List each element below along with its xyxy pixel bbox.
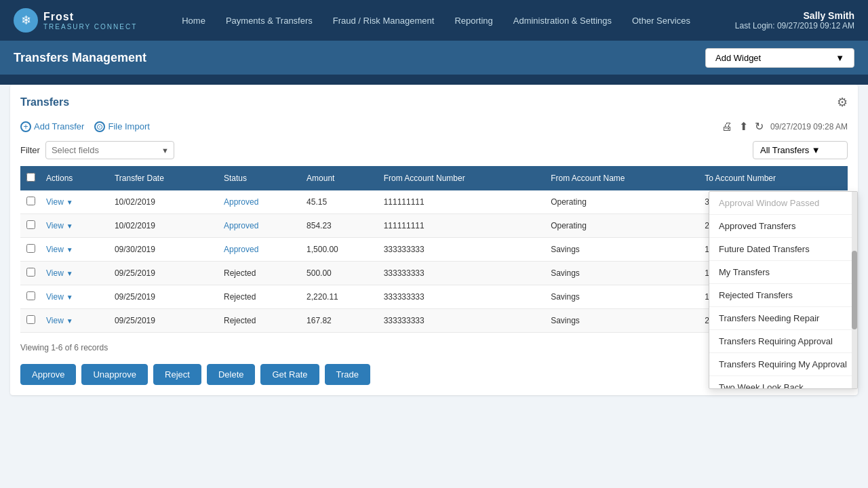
row-status: Approved xyxy=(218,214,301,238)
row-date: 09/25/2019 xyxy=(109,309,218,333)
dropdown-scroll-area: Approval Window PassedApproved Transfers… xyxy=(709,192,857,388)
row-checkbox-cell xyxy=(20,190,41,214)
row-from-name: Savings xyxy=(545,262,699,285)
row-amount: 2,220.11 xyxy=(301,285,378,309)
add-widget-button[interactable]: Add Widget ▼ xyxy=(705,48,854,68)
view-link[interactable]: View ▼ xyxy=(46,292,104,302)
view-chevron-icon: ▼ xyxy=(66,317,73,325)
row-checkbox[interactable] xyxy=(26,197,35,205)
row-checkbox-cell xyxy=(20,262,41,285)
row-from-num: 111111111 xyxy=(378,214,545,238)
view-link[interactable]: View ▼ xyxy=(46,197,104,207)
row-checkbox[interactable] xyxy=(26,244,35,253)
transfers-filter-button[interactable]: All Transfers ▼ xyxy=(753,141,848,159)
file-import-icon: ⊙ xyxy=(94,121,105,132)
get-rate-button[interactable]: Get Rate xyxy=(260,364,319,385)
filter-left: Filter ▼ xyxy=(20,141,174,159)
chevron-down-icon: ▼ xyxy=(835,53,844,63)
row-actions: View ▼ xyxy=(41,214,109,238)
row-checkbox[interactable] xyxy=(26,291,35,300)
top-navigation: ❄ Frost TREASURY CONNECT Home Payments &… xyxy=(0,0,868,41)
row-amount: 45.15 xyxy=(301,190,378,214)
view-link[interactable]: View ▼ xyxy=(46,245,104,254)
view-chevron-icon: ▼ xyxy=(66,222,73,230)
row-checkbox[interactable] xyxy=(26,268,35,277)
nav-links: Home Payments & Transfers Fraud / Risk M… xyxy=(182,16,690,26)
row-from-name: Operating xyxy=(545,214,699,238)
last-login: Last Login: 09/27/2019 09:12 AM xyxy=(735,21,854,30)
row-checkbox[interactable] xyxy=(26,315,35,324)
view-link[interactable]: View ▼ xyxy=(46,221,104,230)
dropdown-item[interactable]: Future Dated Transfers xyxy=(709,238,857,261)
dropdown-item[interactable]: Rejected Transfers xyxy=(709,284,857,307)
unapprove-button[interactable]: Unapprove xyxy=(81,364,148,385)
trade-button[interactable]: Trade xyxy=(325,364,370,385)
col-status: Status xyxy=(218,166,301,190)
col-amount: Amount xyxy=(301,166,378,190)
user-info: Sally Smith Last Login: 09/27/2019 09:12… xyxy=(735,10,854,30)
row-status: Rejected xyxy=(218,285,301,309)
col-checkbox xyxy=(20,166,41,190)
row-actions: View ▼ xyxy=(41,190,109,214)
dropdown-item[interactable]: Approval Window Passed xyxy=(709,192,857,215)
view-link[interactable]: View ▼ xyxy=(46,268,104,278)
col-transfer-date: Transfer Date xyxy=(109,166,218,190)
col-from-account-name: From Account Name xyxy=(545,166,699,190)
row-amount: 1,500.00 xyxy=(301,238,378,262)
row-from-name: Savings xyxy=(545,238,699,262)
plus-circle-icon: + xyxy=(20,121,31,132)
print-icon[interactable]: 🖨 xyxy=(722,121,732,133)
user-name: Sally Smith xyxy=(735,10,854,21)
row-date: 09/25/2019 xyxy=(109,262,218,285)
row-amount: 500.00 xyxy=(301,262,378,285)
refresh-icon[interactable]: ↻ xyxy=(755,120,764,133)
delete-button[interactable]: Delete xyxy=(207,364,256,385)
section-title-bar: Transfers ⚙ xyxy=(20,95,848,110)
export-icon[interactable]: ⬆ xyxy=(739,120,748,133)
file-import-link[interactable]: ⊙ File Import xyxy=(94,121,149,132)
row-from-num: 333333333 xyxy=(378,238,545,262)
dropdown-scrollbar-thumb[interactable] xyxy=(852,251,857,329)
row-checkbox[interactable] xyxy=(26,220,35,229)
nav-admin[interactable]: Administration & Settings xyxy=(513,16,612,26)
nav-payments[interactable]: Payments & Transfers xyxy=(226,16,313,26)
view-chevron-icon: ▼ xyxy=(66,199,73,206)
col-to-account-number: To Account Number xyxy=(699,166,848,190)
view-chevron-icon: ▼ xyxy=(66,293,73,301)
logo-area: ❄ Frost TREASURY CONNECT xyxy=(14,8,137,33)
dropdown-items: Approval Window PassedApproved Transfers… xyxy=(709,192,857,388)
dropdown-item[interactable]: Approved Transfers xyxy=(709,215,857,238)
dropdown-item[interactable]: Transfers Needing Repair xyxy=(709,307,857,330)
datetime-display: 09/27/2019 09:28 AM xyxy=(770,122,848,131)
dropdown-item[interactable]: Transfers Requiring My Approval xyxy=(709,353,857,376)
row-from-name: Savings xyxy=(545,309,699,333)
nav-other[interactable]: Other Services xyxy=(632,16,690,26)
row-from-name: Operating xyxy=(545,190,699,214)
add-transfer-link[interactable]: + Add Transfer xyxy=(20,121,84,132)
row-checkbox-cell xyxy=(20,285,41,309)
nav-fraud[interactable]: Fraud / Risk Management xyxy=(333,16,435,26)
row-from-name: Savings xyxy=(545,285,699,309)
dropdown-item[interactable]: Transfers Requiring Approval xyxy=(709,330,857,353)
filter-input[interactable] xyxy=(45,141,174,159)
row-actions: View ▼ xyxy=(41,285,109,309)
col-from-account-number: From Account Number xyxy=(378,166,545,190)
select-all-checkbox[interactable] xyxy=(26,173,35,182)
row-from-num: 333333333 xyxy=(378,262,545,285)
actions-bar: + Add Transfer ⊙ File Import 🖨 ⬆ ↻ 09/27… xyxy=(20,120,848,133)
page-header: Transfers Management Add Widget ▼ xyxy=(0,41,868,75)
row-checkbox-cell xyxy=(20,309,41,333)
record-count: Viewing 1-6 of 6 records xyxy=(20,343,108,352)
dropdown-item[interactable]: Two Week Look Back xyxy=(709,376,857,388)
approve-button[interactable]: Approve xyxy=(20,364,76,385)
nav-reporting[interactable]: Reporting xyxy=(454,16,492,26)
dropdown-item[interactable]: My Transfers xyxy=(709,261,857,284)
row-date: 09/30/2019 xyxy=(109,238,218,262)
reject-button[interactable]: Reject xyxy=(153,364,201,385)
row-amount: 854.23 xyxy=(301,214,378,238)
page-title: Transfers Management xyxy=(14,51,146,65)
nav-home[interactable]: Home xyxy=(182,16,205,26)
table-header-row: Actions Transfer Date Status Amount From… xyxy=(20,166,848,190)
view-link[interactable]: View ▼ xyxy=(46,316,104,325)
gear-icon[interactable]: ⚙ xyxy=(837,95,848,110)
